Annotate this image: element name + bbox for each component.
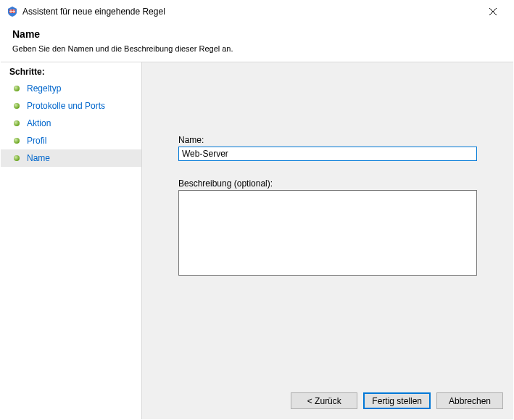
- description-textarea[interactable]: [178, 190, 477, 276]
- button-row: < Zurück Fertig stellen Abbrechen: [291, 392, 503, 409]
- step-label: Profil: [27, 136, 46, 146]
- main-panel: Name: Beschreibung (optional): < Zurück …: [142, 62, 513, 419]
- close-icon: [489, 8, 497, 15]
- titlebar: Assistent für neue eingehende Regel: [1, 1, 513, 22]
- name-label: Name:: [178, 135, 484, 145]
- step-label: Protokolle und Ports: [27, 101, 105, 111]
- bullet-icon: [14, 120, 20, 126]
- page-title: Name: [12, 28, 502, 40]
- finish-button[interactable]: Fertig stellen: [363, 392, 431, 409]
- step-profil[interactable]: Profil: [1, 132, 141, 149]
- step-aktion[interactable]: Aktion: [1, 115, 141, 132]
- wizard-header: Name Geben Sie den Namen und die Beschre…: [1, 22, 513, 62]
- step-label: Name: [27, 153, 50, 163]
- close-button[interactable]: [478, 4, 507, 20]
- window-title: Assistent für neue eingehende Regel: [22, 7, 478, 17]
- steps-heading: Schritte:: [1, 67, 141, 80]
- wizard-body: Schritte: Regeltyp Protokolle und Ports …: [1, 62, 513, 419]
- bullet-icon: [14, 86, 20, 91]
- step-regeltyp[interactable]: Regeltyp: [1, 80, 141, 97]
- bullet-icon: [14, 138, 20, 144]
- wizard-window: Assistent für neue eingehende Regel Name…: [0, 0, 514, 420]
- step-name[interactable]: Name: [1, 149, 141, 167]
- page-subtitle: Geben Sie den Namen und die Beschreibung…: [12, 44, 502, 53]
- firewall-icon: [7, 6, 18, 17]
- name-input[interactable]: [178, 147, 477, 161]
- step-label: Regeltyp: [27, 83, 61, 94]
- bullet-icon: [14, 103, 20, 109]
- bullet-icon: [14, 155, 20, 161]
- form-area: Name: Beschreibung (optional):: [142, 62, 513, 278]
- step-label: Aktion: [27, 118, 51, 128]
- cancel-button[interactable]: Abbrechen: [436, 392, 503, 409]
- steps-sidebar: Schritte: Regeltyp Protokolle und Ports …: [1, 62, 142, 419]
- step-protokolle[interactable]: Protokolle und Ports: [1, 97, 141, 115]
- description-label: Beschreibung (optional):: [178, 178, 484, 189]
- back-button[interactable]: < Zurück: [291, 392, 357, 409]
